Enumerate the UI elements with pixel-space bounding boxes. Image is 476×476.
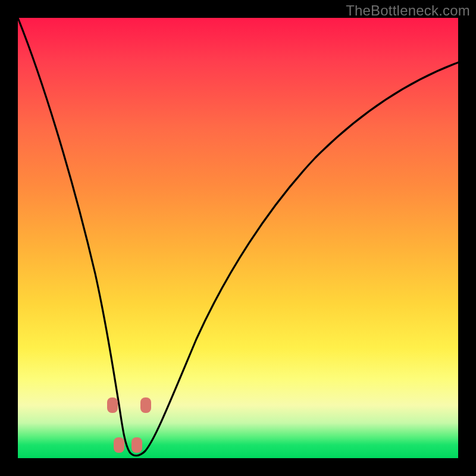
outer-frame: TheBottleneck.com xyxy=(0,0,476,476)
marker-right-lower xyxy=(131,437,142,453)
watermark-text: TheBottleneck.com xyxy=(346,2,470,19)
curve-path xyxy=(18,18,458,456)
marker-left-lower xyxy=(114,437,124,453)
bottleneck-curve xyxy=(18,18,458,458)
marker-left-upper xyxy=(107,397,118,413)
plot-area xyxy=(18,18,458,458)
marker-right-upper xyxy=(140,397,151,413)
